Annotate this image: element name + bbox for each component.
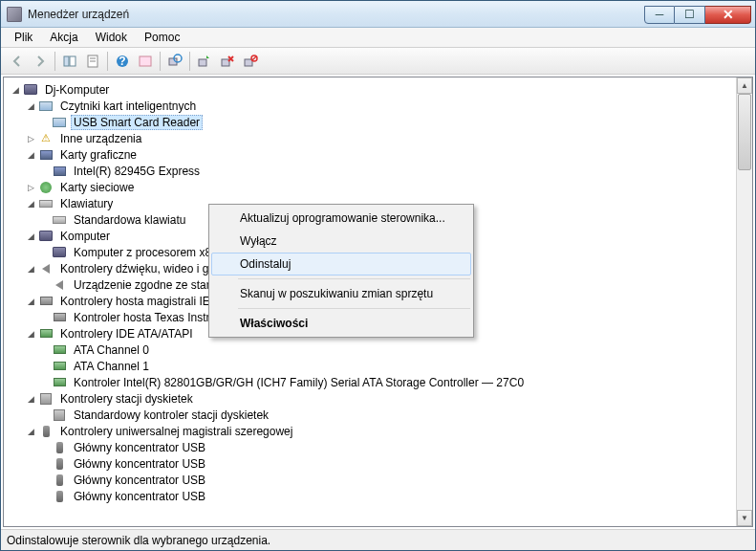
tree-device[interactable]: Kontroler Intel(R) 82801GB/GR/GH (ICH7 F… bbox=[8, 374, 736, 390]
uninstall-button[interactable] bbox=[217, 51, 238, 72]
status-text: Odinstalowuje sterownik dla wybranego ur… bbox=[7, 534, 270, 547]
tree-category[interactable]: ◢Kontrolery uniwersalnej magistrali szer… bbox=[8, 423, 736, 439]
scroll-track[interactable] bbox=[737, 94, 752, 510]
tree-category[interactable]: ▷Karty sieciowe bbox=[8, 179, 736, 195]
svg-rect-7 bbox=[140, 56, 151, 66]
svg-rect-1 bbox=[70, 56, 76, 66]
tree-root[interactable]: ◢Dj-Komputer bbox=[8, 81, 736, 98]
expander-icon[interactable]: ◢ bbox=[10, 84, 21, 96]
menu-file[interactable]: Plik bbox=[7, 29, 40, 46]
tree-category[interactable]: ◢Karty graficzne bbox=[8, 146, 736, 163]
action-button[interactable] bbox=[135, 51, 156, 72]
tree-category[interactable]: ◢Czytniki kart inteligentnych bbox=[8, 98, 736, 114]
expander-icon[interactable]: ◢ bbox=[25, 149, 36, 161]
device-tree[interactable]: ◢Dj-Komputer ◢Czytniki kart inteligentny… bbox=[4, 77, 736, 526]
expander-icon[interactable]: ◢ bbox=[25, 100, 36, 112]
show-hide-tree-button[interactable] bbox=[59, 51, 80, 72]
context-menu: Aktualizuj oprogramowanie sterownika... … bbox=[208, 204, 474, 338]
tree-device[interactable]: ATA Channel 1 bbox=[8, 358, 736, 374]
tree-device[interactable]: ATA Channel 0 bbox=[8, 342, 736, 358]
tree-device[interactable]: Intel(R) 82945G Express bbox=[8, 163, 736, 179]
minimize-button[interactable]: ─ bbox=[644, 6, 675, 24]
tree-device[interactable]: Główny koncentrator USB bbox=[8, 439, 736, 455]
close-button[interactable]: ✕ bbox=[705, 6, 751, 24]
svg-text:?: ? bbox=[119, 55, 125, 68]
menu-action[interactable]: Akcja bbox=[42, 29, 85, 46]
svg-rect-0 bbox=[64, 56, 69, 66]
content-area: ◢Dj-Komputer ◢Czytniki kart inteligentny… bbox=[3, 77, 753, 527]
tree-device[interactable]: Główny koncentrator USB bbox=[8, 488, 736, 504]
expander-icon[interactable]: ◢ bbox=[25, 426, 36, 437]
scroll-up-button[interactable]: ▲ bbox=[737, 77, 752, 94]
expander-icon[interactable]: ◢ bbox=[25, 393, 36, 405]
separator bbox=[238, 278, 470, 279]
tree-device[interactable]: Główny koncentrator USB bbox=[8, 472, 736, 488]
warning-icon bbox=[38, 131, 54, 146]
menu-view[interactable]: Widok bbox=[88, 29, 135, 46]
help-button[interactable]: ? bbox=[112, 51, 133, 72]
tree-device-selected[interactable]: USB Smart Card Reader bbox=[8, 114, 736, 130]
tree-category[interactable]: ▷Inne urządzenia bbox=[8, 130, 736, 146]
svg-line-14 bbox=[252, 56, 256, 60]
app-icon bbox=[7, 7, 22, 22]
menu-help[interactable]: Pomoc bbox=[137, 29, 187, 46]
scroll-down-button[interactable]: ▼ bbox=[737, 510, 752, 526]
scan-hardware-button[interactable] bbox=[164, 51, 185, 72]
toolbar: ? bbox=[1, 48, 755, 75]
expander-icon[interactable]: ▷ bbox=[25, 133, 36, 144]
titlebar[interactable]: Menedżer urządzeń ─ ☐ ✕ bbox=[1, 1, 755, 28]
update-driver-button[interactable] bbox=[194, 51, 215, 72]
statusbar: Odinstalowuje sterownik dla wybranego ur… bbox=[1, 529, 755, 550]
ctx-uninstall[interactable]: Odinstaluj bbox=[211, 253, 471, 276]
svg-rect-12 bbox=[245, 59, 252, 66]
window-title: Menedżer urządzeń bbox=[28, 8, 129, 21]
expander-icon[interactable]: ▷ bbox=[25, 182, 36, 193]
expander-icon[interactable]: ◢ bbox=[25, 328, 36, 340]
scroll-thumb[interactable] bbox=[738, 94, 751, 170]
back-button[interactable] bbox=[7, 51, 28, 72]
expander-icon[interactable]: ◢ bbox=[25, 198, 36, 209]
expander-icon[interactable]: ◢ bbox=[25, 231, 36, 242]
ctx-disable[interactable]: Wyłącz bbox=[211, 230, 471, 253]
expander-icon[interactable]: ◢ bbox=[25, 263, 36, 275]
properties-button[interactable] bbox=[82, 51, 103, 72]
tree-device[interactable]: Główny koncentrator USB bbox=[8, 455, 736, 472]
tree-category[interactable]: ◢Kontrolery stacji dyskietek bbox=[8, 390, 736, 407]
svg-rect-10 bbox=[199, 59, 206, 66]
ctx-properties[interactable]: Właściwości bbox=[211, 312, 471, 335]
maximize-button[interactable]: ☐ bbox=[675, 6, 705, 24]
menubar: Plik Akcja Widok Pomoc bbox=[1, 28, 755, 48]
forward-button[interactable] bbox=[30, 51, 51, 72]
ctx-scan-hardware[interactable]: Skanuj w poszukiwaniu zmian sprzętu bbox=[211, 282, 471, 305]
disable-button[interactable] bbox=[240, 51, 261, 72]
ctx-update-driver[interactable]: Aktualizuj oprogramowanie sterownika... bbox=[211, 207, 471, 230]
tree-device[interactable]: Standardowy kontroler stacji dyskietek bbox=[8, 407, 736, 423]
separator bbox=[238, 308, 470, 309]
vertical-scrollbar[interactable]: ▲ ▼ bbox=[736, 77, 752, 526]
expander-icon[interactable]: ◢ bbox=[25, 296, 36, 307]
device-manager-window: Menedżer urządzeń ─ ☐ ✕ Plik Akcja Widok… bbox=[0, 0, 756, 551]
